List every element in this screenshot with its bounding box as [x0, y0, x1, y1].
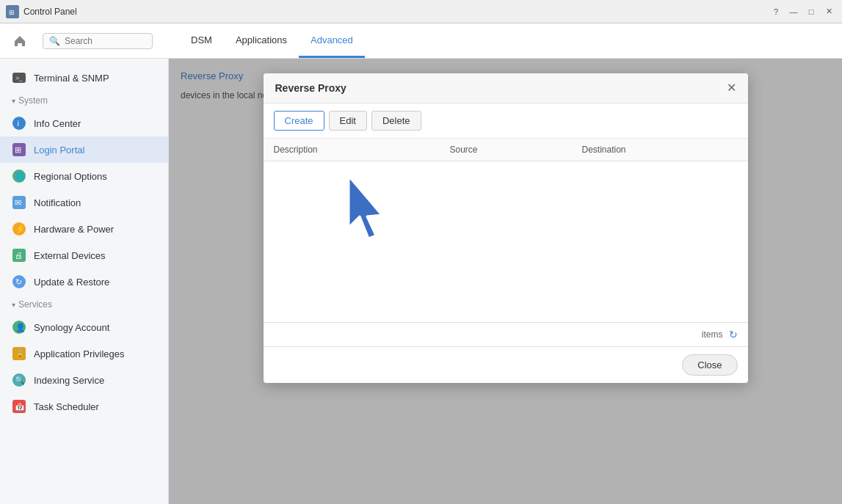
- sidebar-item-update-restore[interactable]: ↻ Update & Restore: [0, 269, 168, 295]
- svg-text:🔒: 🔒: [15, 349, 25, 359]
- tab-dsm[interactable]: DSM: [179, 24, 224, 58]
- svg-text:📅: 📅: [15, 401, 25, 412]
- content-area: Reverse Proxy devices in the local netwo…: [169, 59, 842, 504]
- search-box: 🔍: [43, 33, 153, 49]
- sidebar-item-label: Login Portal: [34, 145, 84, 156]
- svg-text:⚡: ⚡: [15, 224, 26, 234]
- col-source: Source: [439, 139, 571, 161]
- main-layout: >_ Terminal & SNMP ▾ System i Info Cente…: [0, 59, 842, 504]
- sidebar-item-label: Update & Restore: [34, 277, 109, 288]
- sidebar-item-notification[interactable]: ✉ Notification: [0, 189, 168, 216]
- chevron-down-icon: ▾: [12, 97, 15, 105]
- svg-text:⊞: ⊞: [9, 9, 15, 16]
- minimize-button[interactable]: —: [786, 4, 801, 19]
- edit-button[interactable]: Edit: [329, 111, 367, 131]
- svg-point-2: [12, 117, 26, 130]
- help-button[interactable]: ?: [769, 4, 783, 19]
- svg-text:🔍: 🔍: [15, 375, 25, 385]
- svg-text:🖨: 🖨: [15, 251, 23, 260]
- create-button[interactable]: Create: [274, 111, 324, 131]
- application-privileges-icon: 🔒: [12, 346, 26, 361]
- col-destination: Destination: [571, 139, 747, 161]
- sidebar-item-label: Regional Options: [34, 171, 107, 182]
- svg-text:i: i: [18, 119, 19, 128]
- close-button[interactable]: ✕: [821, 4, 836, 19]
- update-restore-icon: ↻: [12, 274, 26, 289]
- modal-overlay: Reverse Proxy ✕ Create Edit Delete: [169, 59, 842, 504]
- hardware-power-icon: ⚡: [12, 222, 26, 236]
- modal-toolbar: Create Edit Delete: [264, 103, 748, 139]
- sidebar-item-terminal[interactable]: >_ Terminal & SNMP: [0, 65, 168, 91]
- sidebar-item-label: Info Center: [34, 118, 81, 129]
- modal-footer: items ↻: [264, 322, 748, 346]
- topnav: 🔍 DSM Applications Advanced: [0, 23, 842, 59]
- sidebar-item-label: Synology Account: [34, 322, 109, 333]
- sidebar-item-synology-account[interactable]: 👤 Synology Account: [0, 314, 168, 340]
- titlebar-controls: ? — □ ✕: [769, 4, 836, 19]
- items-label: items: [702, 329, 723, 340]
- sidebar-item-login-portal[interactable]: ⊞ Login Portal: [0, 136, 168, 163]
- sidebar-item-application-privileges[interactable]: 🔒 Application Privileges: [0, 340, 168, 367]
- system-section-header[interactable]: ▾ System: [0, 91, 168, 110]
- titlebar: ⊞ Control Panel ? — □ ✕: [0, 0, 842, 23]
- sidebar-item-label: External Devices: [34, 250, 106, 261]
- sidebar-item-info-center[interactable]: i Info Center: [0, 110, 168, 136]
- chevron-down-icon: ▾: [12, 301, 15, 309]
- notification-icon: ✉: [12, 195, 26, 210]
- services-section-header[interactable]: ▾ Services: [0, 295, 168, 314]
- task-scheduler-icon: 📅: [12, 399, 26, 414]
- col-description: Description: [264, 139, 440, 161]
- home-button[interactable]: [9, 30, 31, 52]
- modal-title: Reverse Proxy: [275, 82, 346, 94]
- sidebar-item-regional-options[interactable]: 🌐 Regional Options: [0, 163, 168, 189]
- sidebar-item-label: Hardware & Power: [34, 224, 114, 235]
- nav-tabs: DSM Applications Advanced: [179, 24, 365, 57]
- login-portal-icon: ⊞: [12, 142, 26, 157]
- app-container: 🔍 DSM Applications Advanced >_ Terminal …: [0, 23, 842, 504]
- sidebar-item-indexing-service[interactable]: 🔍 Indexing Service: [0, 367, 168, 393]
- indexing-service-icon: 🔍: [12, 373, 26, 387]
- search-icon: 🔍: [49, 36, 60, 46]
- proxy-table-container: Description Source Destination: [264, 139, 748, 322]
- maximize-button[interactable]: □: [804, 4, 819, 19]
- sidebar-item-label: Notification: [34, 197, 81, 208]
- external-devices-icon: 🖨: [12, 248, 26, 263]
- close-modal-button[interactable]: Close: [682, 354, 737, 376]
- sidebar: >_ Terminal & SNMP ▾ System i Info Cente…: [0, 59, 169, 504]
- svg-text:↻: ↻: [15, 277, 22, 286]
- search-input[interactable]: [65, 36, 138, 46]
- modal-header: Reverse Proxy ✕: [264, 73, 748, 103]
- modal-close-icon[interactable]: ✕: [727, 82, 736, 94]
- terminal-icon: >_: [12, 70, 26, 85]
- titlebar-left: ⊞ Control Panel: [6, 5, 77, 18]
- sidebar-item-label: Terminal & SNMP: [34, 73, 109, 84]
- sidebar-item-label: Task Scheduler: [34, 401, 99, 412]
- delete-button[interactable]: Delete: [371, 111, 421, 131]
- synology-account-icon: 👤: [12, 320, 26, 335]
- reverse-proxy-modal: Reverse Proxy ✕ Create Edit Delete: [264, 73, 748, 383]
- refresh-button[interactable]: ↻: [729, 329, 738, 340]
- info-center-icon: i: [12, 116, 26, 131]
- proxy-table: Description Source Destination: [264, 139, 748, 161]
- svg-text:🌐: 🌐: [15, 172, 25, 181]
- regional-options-icon: 🌐: [12, 169, 26, 183]
- tab-applications[interactable]: Applications: [224, 24, 299, 58]
- app-icon: ⊞: [6, 5, 19, 18]
- modal-actions: Close: [264, 346, 748, 383]
- titlebar-title: Control Panel: [23, 7, 77, 17]
- sidebar-item-label: Application Privileges: [34, 348, 125, 359]
- sidebar-item-label: Indexing Service: [34, 375, 104, 386]
- svg-text:👤: 👤: [15, 322, 26, 332]
- tab-advanced[interactable]: Advanced: [299, 24, 365, 58]
- sidebar-item-task-scheduler[interactable]: 📅 Task Scheduler: [0, 393, 168, 420]
- svg-text:✉: ✉: [15, 198, 21, 207]
- sidebar-item-hardware-power[interactable]: ⚡ Hardware & Power: [0, 216, 168, 242]
- svg-text:⊞: ⊞: [15, 145, 21, 154]
- sidebar-item-external-devices[interactable]: 🖨 External Devices: [0, 242, 168, 269]
